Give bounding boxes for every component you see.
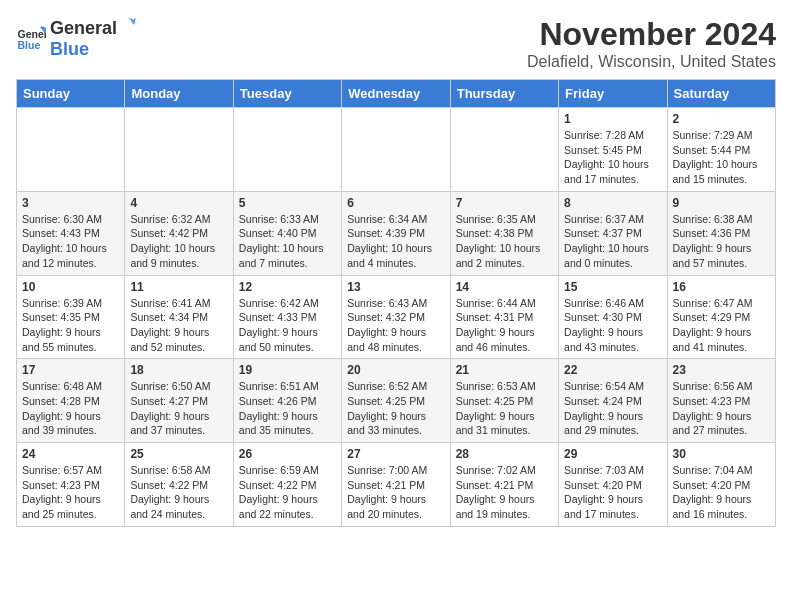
day-info: Sunrise: 7:02 AM Sunset: 4:21 PM Dayligh… [456,463,553,522]
calendar-header-row: SundayMondayTuesdayWednesdayThursdayFrid… [17,80,776,108]
day-number: 18 [130,363,227,377]
day-info: Sunrise: 6:39 AM Sunset: 4:35 PM Dayligh… [22,296,119,355]
header-day-tuesday: Tuesday [233,80,341,108]
day-info: Sunrise: 6:59 AM Sunset: 4:22 PM Dayligh… [239,463,336,522]
day-number: 26 [239,447,336,461]
calendar-cell: 16Sunrise: 6:47 AM Sunset: 4:29 PM Dayli… [667,275,775,359]
week-row-1: 3Sunrise: 6:30 AM Sunset: 4:43 PM Daylig… [17,191,776,275]
header-day-thursday: Thursday [450,80,558,108]
day-number: 22 [564,363,661,377]
day-info: Sunrise: 6:56 AM Sunset: 4:23 PM Dayligh… [673,379,770,438]
header-day-sunday: Sunday [17,80,125,108]
day-info: Sunrise: 6:58 AM Sunset: 4:22 PM Dayligh… [130,463,227,522]
calendar-cell: 8Sunrise: 6:37 AM Sunset: 4:37 PM Daylig… [559,191,667,275]
day-info: Sunrise: 6:30 AM Sunset: 4:43 PM Dayligh… [22,212,119,271]
day-info: Sunrise: 7:28 AM Sunset: 5:45 PM Dayligh… [564,128,661,187]
calendar-cell: 19Sunrise: 6:51 AM Sunset: 4:26 PM Dayli… [233,359,341,443]
day-number: 15 [564,280,661,294]
title-area: November 2024 Delafield, Wisconsin, Unit… [527,16,776,71]
day-number: 2 [673,112,770,126]
calendar-cell: 18Sunrise: 6:50 AM Sunset: 4:27 PM Dayli… [125,359,233,443]
day-number: 3 [22,196,119,210]
week-row-0: 1Sunrise: 7:28 AM Sunset: 5:45 PM Daylig… [17,108,776,192]
day-info: Sunrise: 6:32 AM Sunset: 4:42 PM Dayligh… [130,212,227,271]
calendar-cell: 10Sunrise: 6:39 AM Sunset: 4:35 PM Dayli… [17,275,125,359]
calendar-cell: 29Sunrise: 7:03 AM Sunset: 4:20 PM Dayli… [559,443,667,527]
day-info: Sunrise: 6:43 AM Sunset: 4:32 PM Dayligh… [347,296,444,355]
day-number: 28 [456,447,553,461]
calendar-cell: 25Sunrise: 6:58 AM Sunset: 4:22 PM Dayli… [125,443,233,527]
day-number: 20 [347,363,444,377]
day-number: 24 [22,447,119,461]
calendar-cell: 13Sunrise: 6:43 AM Sunset: 4:32 PM Dayli… [342,275,450,359]
day-info: Sunrise: 6:57 AM Sunset: 4:23 PM Dayligh… [22,463,119,522]
logo-icon: General Blue [16,23,46,53]
day-info: Sunrise: 7:04 AM Sunset: 4:20 PM Dayligh… [673,463,770,522]
day-info: Sunrise: 6:44 AM Sunset: 4:31 PM Dayligh… [456,296,553,355]
calendar-cell: 27Sunrise: 7:00 AM Sunset: 4:21 PM Dayli… [342,443,450,527]
day-number: 16 [673,280,770,294]
calendar-cell: 30Sunrise: 7:04 AM Sunset: 4:20 PM Dayli… [667,443,775,527]
day-info: Sunrise: 7:29 AM Sunset: 5:44 PM Dayligh… [673,128,770,187]
header: General Blue General Blue November 2024 … [16,16,776,71]
day-number: 19 [239,363,336,377]
calendar-cell: 28Sunrise: 7:02 AM Sunset: 4:21 PM Dayli… [450,443,558,527]
day-number: 14 [456,280,553,294]
day-info: Sunrise: 6:48 AM Sunset: 4:28 PM Dayligh… [22,379,119,438]
logo-text-blue: Blue [50,39,89,59]
day-info: Sunrise: 6:54 AM Sunset: 4:24 PM Dayligh… [564,379,661,438]
calendar-cell: 12Sunrise: 6:42 AM Sunset: 4:33 PM Dayli… [233,275,341,359]
calendar-cell: 3Sunrise: 6:30 AM Sunset: 4:43 PM Daylig… [17,191,125,275]
calendar-cell: 21Sunrise: 6:53 AM Sunset: 4:25 PM Dayli… [450,359,558,443]
calendar-cell: 5Sunrise: 6:33 AM Sunset: 4:40 PM Daylig… [233,191,341,275]
logo: General Blue General Blue [16,16,137,60]
day-info: Sunrise: 6:34 AM Sunset: 4:39 PM Dayligh… [347,212,444,271]
day-info: Sunrise: 6:33 AM Sunset: 4:40 PM Dayligh… [239,212,336,271]
day-number: 13 [347,280,444,294]
day-number: 10 [22,280,119,294]
day-info: Sunrise: 7:03 AM Sunset: 4:20 PM Dayligh… [564,463,661,522]
calendar-cell: 6Sunrise: 6:34 AM Sunset: 4:39 PM Daylig… [342,191,450,275]
logo-bird-icon [118,16,136,34]
day-info: Sunrise: 6:51 AM Sunset: 4:26 PM Dayligh… [239,379,336,438]
day-info: Sunrise: 6:42 AM Sunset: 4:33 PM Dayligh… [239,296,336,355]
day-number: 12 [239,280,336,294]
calendar-cell: 24Sunrise: 6:57 AM Sunset: 4:23 PM Dayli… [17,443,125,527]
day-number: 17 [22,363,119,377]
day-number: 21 [456,363,553,377]
calendar-cell: 14Sunrise: 6:44 AM Sunset: 4:31 PM Dayli… [450,275,558,359]
calendar-cell: 4Sunrise: 6:32 AM Sunset: 4:42 PM Daylig… [125,191,233,275]
svg-text:Blue: Blue [18,39,41,51]
header-day-friday: Friday [559,80,667,108]
day-info: Sunrise: 7:00 AM Sunset: 4:21 PM Dayligh… [347,463,444,522]
day-info: Sunrise: 6:35 AM Sunset: 4:38 PM Dayligh… [456,212,553,271]
calendar-cell: 22Sunrise: 6:54 AM Sunset: 4:24 PM Dayli… [559,359,667,443]
calendar-body: 1Sunrise: 7:28 AM Sunset: 5:45 PM Daylig… [17,108,776,527]
calendar-cell: 7Sunrise: 6:35 AM Sunset: 4:38 PM Daylig… [450,191,558,275]
logo-text-general: General [50,18,117,39]
day-info: Sunrise: 6:38 AM Sunset: 4:36 PM Dayligh… [673,212,770,271]
month-title: November 2024 [527,16,776,53]
calendar-cell: 23Sunrise: 6:56 AM Sunset: 4:23 PM Dayli… [667,359,775,443]
calendar-cell [342,108,450,192]
day-number: 5 [239,196,336,210]
day-number: 4 [130,196,227,210]
calendar-cell [125,108,233,192]
calendar-cell: 11Sunrise: 6:41 AM Sunset: 4:34 PM Dayli… [125,275,233,359]
day-info: Sunrise: 6:47 AM Sunset: 4:29 PM Dayligh… [673,296,770,355]
week-row-3: 17Sunrise: 6:48 AM Sunset: 4:28 PM Dayli… [17,359,776,443]
calendar-cell: 26Sunrise: 6:59 AM Sunset: 4:22 PM Dayli… [233,443,341,527]
day-info: Sunrise: 6:37 AM Sunset: 4:37 PM Dayligh… [564,212,661,271]
calendar-cell: 15Sunrise: 6:46 AM Sunset: 4:30 PM Dayli… [559,275,667,359]
week-row-4: 24Sunrise: 6:57 AM Sunset: 4:23 PM Dayli… [17,443,776,527]
day-number: 30 [673,447,770,461]
calendar-cell: 20Sunrise: 6:52 AM Sunset: 4:25 PM Dayli… [342,359,450,443]
day-number: 29 [564,447,661,461]
day-number: 27 [347,447,444,461]
header-day-wednesday: Wednesday [342,80,450,108]
calendar-cell: 9Sunrise: 6:38 AM Sunset: 4:36 PM Daylig… [667,191,775,275]
week-row-2: 10Sunrise: 6:39 AM Sunset: 4:35 PM Dayli… [17,275,776,359]
day-info: Sunrise: 6:50 AM Sunset: 4:27 PM Dayligh… [130,379,227,438]
calendar-cell: 1Sunrise: 7:28 AM Sunset: 5:45 PM Daylig… [559,108,667,192]
calendar-cell: 17Sunrise: 6:48 AM Sunset: 4:28 PM Dayli… [17,359,125,443]
